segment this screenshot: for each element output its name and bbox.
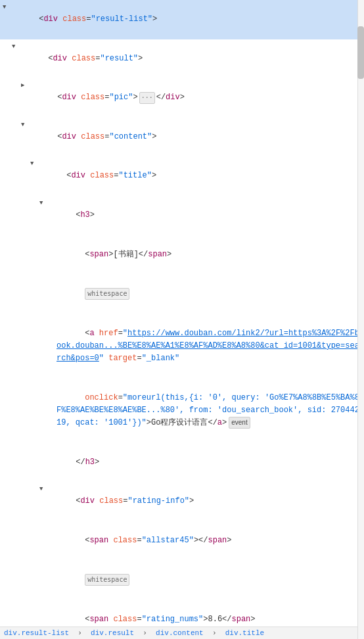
dom-line-onclick[interactable]: onclick="moreurl(this,{i: '0', query: 'G… — [0, 378, 364, 442]
dom-line-allstar[interactable]: <span class="allstar45"></span> — [0, 521, 364, 561]
triangle-icon[interactable] — [21, 79, 29, 91]
dom-line-span-shuji[interactable]: <span>[书籍]</span> — [0, 235, 364, 274]
scrollbar-thumb[interactable] — [357, 26, 364, 79]
breadcrumb-item[interactable]: div.result — [91, 629, 134, 637]
triangle-icon[interactable] — [30, 157, 38, 170]
dom-line-pic[interactable]: <div class="pic">···</div> — [0, 78, 364, 118]
whitespace-badge: whitespace — [85, 574, 129, 586]
devtools-panel: <div class="result-list"> <div class="re… — [0, 0, 364, 639]
breadcrumb-bar: div.result-list › div.result › div.conte… — [0, 627, 364, 639]
breadcrumb-item[interactable]: div.title — [225, 629, 264, 637]
dom-line-content[interactable]: <div class="content"> — [0, 118, 364, 157]
triangle-icon[interactable] — [3, 1, 11, 13]
scrollbar[interactable] — [357, 0, 364, 639]
dom-line-close-h3[interactable]: </h3> — [0, 442, 364, 482]
dom-line-h3[interactable]: <h3> — [0, 196, 364, 235]
dom-line-whitespace-1: whitespace — [0, 274, 364, 314]
event-badge[interactable]: event — [229, 417, 250, 429]
dom-line-rating-info[interactable]: <div class="rating-info"> — [0, 482, 364, 521]
dom-line-title[interactable]: <div class="title"> — [0, 156, 364, 196]
dom-line-result-list[interactable]: <div class="result-list"> — [0, 0, 364, 39]
breadcrumb-item[interactable]: div.result-list — [4, 629, 69, 637]
triangle-icon[interactable] — [39, 483, 47, 495]
whitespace-badge: whitespace — [85, 288, 129, 300]
dom-line-result[interactable]: <div class="result"> — [0, 39, 364, 79]
triangle-icon[interactable] — [21, 118, 29, 131]
dom-line-a-href[interactable]: <a href="https://www.douban.com/link2/?u… — [0, 314, 364, 379]
triangle-icon[interactable] — [12, 40, 20, 53]
dom-line-whitespace-2: whitespace — [0, 560, 364, 600]
triangle-icon[interactable] — [39, 197, 47, 209]
breadcrumb-item[interactable]: div.content — [156, 629, 204, 637]
tag-name: div — [43, 14, 58, 24]
